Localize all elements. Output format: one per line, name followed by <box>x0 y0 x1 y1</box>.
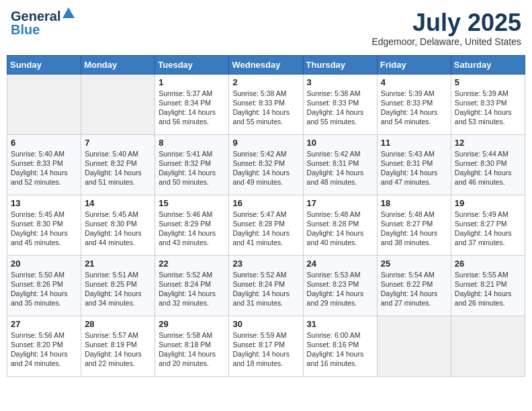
calendar-cell: 20Sunrise: 5:50 AMSunset: 8:26 PMDayligh… <box>7 255 81 316</box>
calendar-cell: 11Sunrise: 5:43 AMSunset: 8:31 PMDayligh… <box>377 134 451 195</box>
calendar-cell: 7Sunrise: 5:40 AMSunset: 8:32 PMDaylight… <box>81 134 155 195</box>
calendar-header-sunday: Sunday <box>7 55 81 74</box>
day-number: 26 <box>455 259 521 269</box>
day-detail: Sunrise: 5:54 AMSunset: 8:22 PMDaylight:… <box>381 270 447 308</box>
day-number: 20 <box>11 259 77 269</box>
calendar-cell: 26Sunrise: 5:55 AMSunset: 8:21 PMDayligh… <box>451 255 525 316</box>
day-detail: Sunrise: 5:53 AMSunset: 8:23 PMDaylight:… <box>307 270 373 308</box>
calendar-header-friday: Friday <box>377 55 451 74</box>
day-detail: Sunrise: 5:59 AMSunset: 8:17 PMDaylight:… <box>232 330 299 369</box>
day-number: 28 <box>85 319 151 329</box>
day-number: 9 <box>232 138 299 148</box>
day-detail: Sunrise: 5:47 AMSunset: 8:28 PMDaylight:… <box>232 210 299 248</box>
calendar-cell <box>451 316 525 376</box>
calendar-cell: 12Sunrise: 5:44 AMSunset: 8:30 PMDayligh… <box>451 134 525 195</box>
calendar-cell: 29Sunrise: 5:58 AMSunset: 8:18 PMDayligh… <box>155 316 229 376</box>
day-detail: Sunrise: 5:52 AMSunset: 8:24 PMDaylight:… <box>232 270 299 308</box>
day-detail: Sunrise: 6:00 AMSunset: 8:16 PMDaylight:… <box>307 330 373 369</box>
day-number: 10 <box>307 138 373 148</box>
logo-general-text: General <box>11 9 60 23</box>
calendar-header-row: SundayMondayTuesdayWednesdayThursdayFrid… <box>7 55 525 74</box>
day-number: 18 <box>381 198 447 208</box>
calendar-cell <box>377 316 451 376</box>
day-detail: Sunrise: 5:55 AMSunset: 8:21 PMDaylight:… <box>455 270 521 308</box>
day-number: 31 <box>307 319 373 329</box>
day-detail: Sunrise: 5:48 AMSunset: 8:27 PMDaylight:… <box>381 210 447 248</box>
day-detail: Sunrise: 5:58 AMSunset: 8:18 PMDaylight:… <box>159 330 225 369</box>
calendar-cell: 17Sunrise: 5:48 AMSunset: 8:28 PMDayligh… <box>303 195 377 255</box>
calendar-cell: 28Sunrise: 5:57 AMSunset: 8:19 PMDayligh… <box>81 316 155 376</box>
title-block: July 2025 Edgemoor, Delaware, United Sta… <box>371 9 521 47</box>
location-text: Edgemoor, Delaware, United States <box>371 36 521 47</box>
day-number: 13 <box>11 198 77 208</box>
day-number: 23 <box>232 259 299 269</box>
calendar-cell: 21Sunrise: 5:51 AMSunset: 8:25 PMDayligh… <box>81 255 155 316</box>
day-detail: Sunrise: 5:38 AMSunset: 8:33 PMDaylight:… <box>232 89 299 127</box>
day-number: 2 <box>232 77 299 87</box>
day-number: 7 <box>85 138 151 148</box>
calendar-table: SundayMondayTuesdayWednesdayThursdayFrid… <box>7 55 525 377</box>
calendar-cell: 22Sunrise: 5:52 AMSunset: 8:24 PMDayligh… <box>155 255 229 316</box>
day-detail: Sunrise: 5:45 AMSunset: 8:30 PMDaylight:… <box>11 210 77 248</box>
day-number: 29 <box>159 319 225 329</box>
day-number: 17 <box>307 198 373 208</box>
calendar-cell: 24Sunrise: 5:53 AMSunset: 8:23 PMDayligh… <box>303 255 377 316</box>
calendar-cell: 4Sunrise: 5:39 AMSunset: 8:33 PMDaylight… <box>377 74 451 134</box>
day-detail: Sunrise: 5:37 AMSunset: 8:34 PMDaylight:… <box>159 89 225 127</box>
day-detail: Sunrise: 5:56 AMSunset: 8:20 PMDaylight:… <box>11 330 77 369</box>
day-detail: Sunrise: 5:43 AMSunset: 8:31 PMDaylight:… <box>381 149 447 187</box>
day-detail: Sunrise: 5:46 AMSunset: 8:29 PMDaylight:… <box>159 210 225 248</box>
day-detail: Sunrise: 5:39 AMSunset: 8:33 PMDaylight:… <box>381 89 447 127</box>
day-detail: Sunrise: 5:45 AMSunset: 8:30 PMDaylight:… <box>85 210 151 248</box>
calendar-cell: 6Sunrise: 5:40 AMSunset: 8:33 PMDaylight… <box>7 134 81 195</box>
day-number: 3 <box>307 77 373 87</box>
calendar-cell: 1Sunrise: 5:37 AMSunset: 8:34 PMDaylight… <box>155 74 229 134</box>
day-detail: Sunrise: 5:50 AMSunset: 8:26 PMDaylight:… <box>11 270 77 308</box>
day-detail: Sunrise: 5:38 AMSunset: 8:33 PMDaylight:… <box>307 89 373 127</box>
calendar-cell: 13Sunrise: 5:45 AMSunset: 8:30 PMDayligh… <box>7 195 81 255</box>
calendar-header-wednesday: Wednesday <box>229 55 303 74</box>
calendar-cell: 8Sunrise: 5:41 AMSunset: 8:32 PMDaylight… <box>155 134 229 195</box>
calendar-cell: 23Sunrise: 5:52 AMSunset: 8:24 PMDayligh… <box>229 255 303 316</box>
day-number: 22 <box>159 259 225 269</box>
day-number: 12 <box>455 138 521 148</box>
calendar-header-monday: Monday <box>81 55 155 74</box>
day-number: 6 <box>11 138 77 148</box>
calendar-cell: 19Sunrise: 5:49 AMSunset: 8:27 PMDayligh… <box>451 195 525 255</box>
day-detail: Sunrise: 5:41 AMSunset: 8:32 PMDaylight:… <box>159 149 225 187</box>
logo: General Blue <box>11 9 75 36</box>
page-header: General Blue July 2025 Edgemoor, Delawar… <box>7 7 525 50</box>
day-detail: Sunrise: 5:52 AMSunset: 8:24 PMDaylight:… <box>159 270 225 308</box>
calendar-cell: 10Sunrise: 5:42 AMSunset: 8:31 PMDayligh… <box>303 134 377 195</box>
day-number: 1 <box>159 77 225 87</box>
day-detail: Sunrise: 5:42 AMSunset: 8:32 PMDaylight:… <box>232 149 299 187</box>
day-detail: Sunrise: 5:40 AMSunset: 8:33 PMDaylight:… <box>11 149 77 187</box>
calendar-week-1: 1Sunrise: 5:37 AMSunset: 8:34 PMDaylight… <box>7 74 525 134</box>
calendar-cell: 9Sunrise: 5:42 AMSunset: 8:32 PMDaylight… <box>229 134 303 195</box>
day-detail: Sunrise: 5:49 AMSunset: 8:27 PMDaylight:… <box>455 210 521 248</box>
day-number: 25 <box>381 259 447 269</box>
calendar-week-2: 6Sunrise: 5:40 AMSunset: 8:33 PMDaylight… <box>7 134 525 195</box>
month-year-title: July 2025 <box>371 9 521 36</box>
logo-blue-text: Blue <box>11 23 75 36</box>
calendar-cell: 31Sunrise: 6:00 AMSunset: 8:16 PMDayligh… <box>303 316 377 376</box>
day-number: 14 <box>85 198 151 208</box>
day-number: 30 <box>232 319 299 329</box>
calendar-cell: 14Sunrise: 5:45 AMSunset: 8:30 PMDayligh… <box>81 195 155 255</box>
calendar-week-5: 27Sunrise: 5:56 AMSunset: 8:20 PMDayligh… <box>7 316 525 376</box>
day-number: 4 <box>381 77 447 87</box>
day-detail: Sunrise: 5:48 AMSunset: 8:28 PMDaylight:… <box>307 210 373 248</box>
day-detail: Sunrise: 5:51 AMSunset: 8:25 PMDaylight:… <box>85 270 151 308</box>
day-number: 24 <box>307 259 373 269</box>
day-number: 16 <box>232 198 299 208</box>
calendar-cell: 3Sunrise: 5:38 AMSunset: 8:33 PMDaylight… <box>303 74 377 134</box>
calendar-cell <box>81 74 155 134</box>
day-number: 19 <box>455 198 521 208</box>
calendar-week-3: 13Sunrise: 5:45 AMSunset: 8:30 PMDayligh… <box>7 195 525 255</box>
calendar-header-tuesday: Tuesday <box>155 55 229 74</box>
day-number: 11 <box>381 138 447 148</box>
day-detail: Sunrise: 5:40 AMSunset: 8:32 PMDaylight:… <box>85 149 151 187</box>
day-detail: Sunrise: 5:39 AMSunset: 8:33 PMDaylight:… <box>455 89 521 127</box>
day-number: 15 <box>159 198 225 208</box>
calendar-cell: 30Sunrise: 5:59 AMSunset: 8:17 PMDayligh… <box>229 316 303 376</box>
